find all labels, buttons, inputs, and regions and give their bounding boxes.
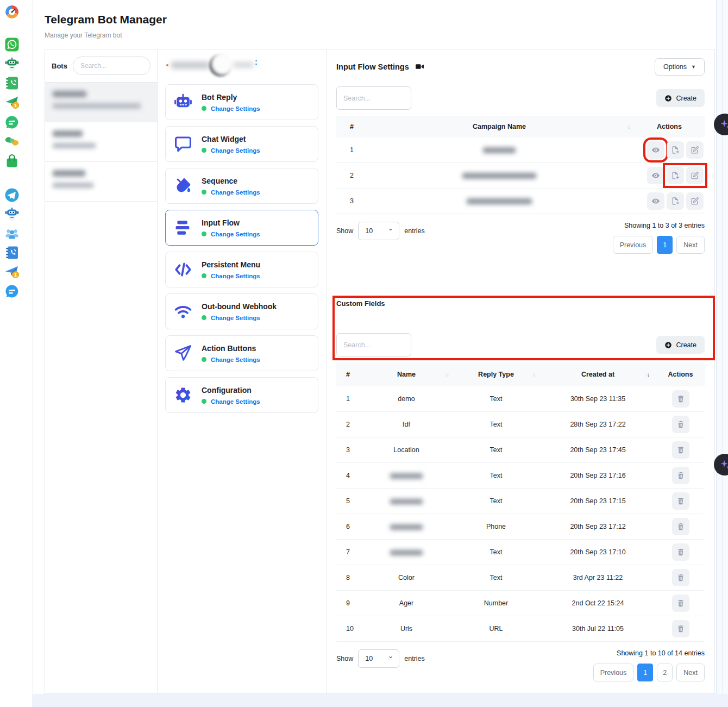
page-size-select[interactable]: 10 (358, 649, 399, 668)
col-header-actions: Actions (634, 116, 705, 137)
settings-card-configuration[interactable]: ConfigurationChange Settings (165, 377, 318, 413)
reply-type-cell: Text (453, 412, 539, 437)
view-button[interactable] (647, 167, 664, 184)
campaign-row: 3 (336, 189, 705, 214)
broadcast-blue-icon[interactable]: 1 (4, 264, 20, 279)
settings-card-persistent-menu[interactable]: Persistent MenuChange Settings (165, 252, 318, 287)
bot-list-item[interactable] (45, 122, 157, 162)
settings-card-input-flow[interactable]: Input FlowChange Settings (165, 210, 318, 246)
col-header-num[interactable]: # (336, 362, 360, 386)
delete-button[interactable] (672, 441, 689, 459)
previous-page-button[interactable]: Previous (613, 236, 654, 254)
footer-strip (33, 694, 728, 707)
settings-card-bot-reply[interactable]: Bot ReplyChange Settings (165, 84, 318, 120)
create-campaign-button[interactable]: Create (656, 89, 705, 107)
robot-blue-icon[interactable] (4, 207, 20, 222)
change-settings-link[interactable]: Change Settings (211, 315, 260, 321)
delete-button[interactable] (672, 620, 689, 637)
view-button[interactable] (647, 192, 664, 210)
edit-button[interactable] (686, 192, 704, 210)
page-number-button[interactable]: 2 (657, 664, 673, 681)
delete-button[interactable] (672, 492, 689, 510)
sort-icon: ↑↓ (532, 372, 535, 378)
settings-card-title: Persistent Menu (202, 260, 260, 269)
col-header-created-at[interactable]: Created at ↑↓ (539, 362, 656, 386)
change-settings-link[interactable]: Change Settings (211, 105, 260, 112)
reply-type-cell: Text (453, 540, 539, 565)
delete-button[interactable] (672, 467, 689, 484)
campaign-row: 1 (336, 137, 705, 163)
dashboard-gauge-icon[interactable] (4, 4, 20, 20)
edit-button[interactable] (686, 141, 704, 159)
export-button[interactable] (667, 141, 684, 159)
col-header-num[interactable]: # (336, 116, 365, 137)
view-button[interactable] (647, 141, 664, 159)
campaign-row: 2 (336, 163, 705, 189)
change-settings-link[interactable]: Change Settings (211, 189, 260, 196)
audience-blue-icon[interactable] (4, 226, 20, 241)
telegram-icon[interactable] (4, 187, 20, 203)
custom-field-row: 5Text20th Sep 23 17:15 (336, 489, 705, 514)
contacts-blue-icon[interactable] (4, 245, 20, 260)
settings-card-action-buttons[interactable]: Action ButtonsChange Settings (165, 335, 318, 371)
bots-panel-title: Bots (52, 62, 67, 70)
whatsapp-icon[interactable] (4, 37, 20, 52)
delete-button[interactable] (672, 569, 689, 586)
settings-card-out-bound-webhook[interactable]: Out-bound WebhookChange Settings (165, 293, 318, 329)
status-dot-icon (202, 357, 206, 362)
page-number-button[interactable]: 1 (657, 236, 673, 254)
field-name-cell (360, 514, 453, 540)
custom-fields-search-input[interactable] (336, 333, 411, 356)
redacted-field-name (390, 473, 423, 479)
change-settings-link[interactable]: Change Settings (211, 356, 260, 363)
chat-blue-icon[interactable] (4, 284, 20, 299)
export-button[interactable] (667, 167, 684, 184)
delete-button[interactable] (672, 390, 689, 408)
contacts-green-icon[interactable] (4, 76, 20, 91)
broadcast-green-icon[interactable]: 1 (4, 95, 20, 110)
robot-green-icon[interactable] (4, 57, 20, 72)
row-number: 5 (336, 489, 360, 514)
col-header-reply-type[interactable]: Reply Type ↑↓ (453, 362, 539, 386)
custom-field-row: 8ColorText3rd Apr 23 11:22 (336, 565, 705, 591)
status-dot-icon (202, 315, 206, 320)
scrollbar-track[interactable] (716, 0, 728, 707)
row-number: 9 (336, 591, 360, 616)
edit-button[interactable] (686, 167, 704, 184)
status-dot-icon (202, 106, 206, 111)
video-camera-icon[interactable] (415, 62, 424, 71)
options-button[interactable]: Options▼ (655, 58, 705, 76)
configuration-icon (172, 384, 194, 406)
bot-list-item[interactable] (45, 83, 157, 122)
delete-button[interactable] (672, 543, 689, 561)
delete-button[interactable] (672, 416, 689, 433)
next-page-button[interactable]: Next (676, 664, 705, 681)
delete-button[interactable] (672, 518, 689, 535)
settings-card-sequence[interactable]: SequenceChange Settings (165, 168, 318, 204)
change-settings-link[interactable]: Change Settings (211, 273, 260, 279)
row-number: 3 (336, 437, 360, 463)
campaign-search-input[interactable] (336, 86, 411, 110)
create-custom-field-button[interactable]: Create (656, 336, 705, 354)
reply-type-cell: Text (453, 386, 539, 412)
page-number-button[interactable]: 1 (637, 664, 653, 681)
change-settings-link[interactable]: Change Settings (211, 147, 260, 154)
col-header-campaign-name[interactable]: Campaign Name ↑↓ (365, 116, 634, 137)
previous-page-button[interactable]: Previous (593, 664, 634, 681)
persistent-menu-icon (172, 259, 194, 280)
col-header-name[interactable]: Name ↑↓ (360, 362, 453, 386)
bots-search-input[interactable] (73, 57, 150, 75)
partnership-icon[interactable] (4, 134, 20, 149)
change-settings-link[interactable]: Change Settings (211, 231, 260, 237)
created-at-cell: 2nd Oct 22 15:24 (539, 591, 656, 616)
page-size-select[interactable]: 10 (358, 222, 399, 240)
shop-bag-icon[interactable] (4, 153, 20, 168)
export-button[interactable] (667, 192, 684, 210)
chat-green-icon[interactable] (4, 115, 20, 130)
created-at-cell: 28th Sep 23 17:22 (539, 412, 656, 437)
settings-card-chat-widget[interactable]: Chat WidgetChange Settings (165, 126, 318, 162)
bot-list-item[interactable] (45, 162, 157, 202)
next-page-button[interactable]: Next (676, 236, 705, 254)
delete-button[interactable] (672, 595, 689, 612)
change-settings-link[interactable]: Change Settings (211, 398, 260, 405)
